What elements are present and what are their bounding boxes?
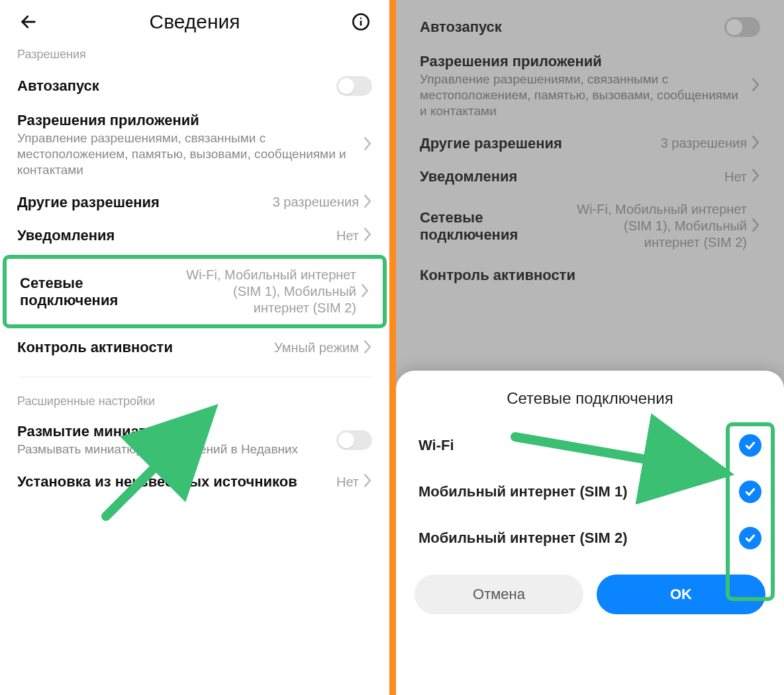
app-perms-sub: Управление разрешениями, связанными с ме… (17, 130, 354, 177)
page-title: Сведения (40, 11, 350, 33)
section-advanced-label: Расширенные настройки (0, 389, 389, 415)
unknown-value: Нет (336, 474, 359, 490)
app-perms-label: Разрешения приложений (420, 53, 740, 70)
blur-label: Размытие миниатюр (17, 423, 331, 440)
cancel-label: Отмена (473, 586, 525, 603)
chevron-right-icon (363, 136, 372, 154)
autostart-label: Автозапуск (420, 19, 718, 36)
row-autostart[interactable]: Автозапуск (0, 68, 389, 104)
option-wifi[interactable]: Wi-Fi (415, 422, 765, 469)
activity-value: Умный режим (274, 340, 359, 356)
highlight-network: Сетевые подключения Wi-Fi, Мобильный инт… (3, 255, 387, 328)
unknown-label: Установка из неизвестных источников (17, 473, 331, 490)
other-perms-value: 3 разрешения (661, 135, 747, 152)
info-icon[interactable] (350, 11, 372, 33)
network-dialog: Сетевые подключения Wi-Fi Мобильный инте… (396, 371, 784, 695)
chevron-right-icon (751, 218, 760, 235)
other-perms-label: Другие разрешения (17, 194, 268, 211)
option-label: Мобильный интернет (SIM 2) (418, 530, 628, 547)
chevron-right-icon (360, 283, 369, 301)
row-unknown-sources[interactable]: Установка из неизвестных источников Нет (0, 465, 389, 498)
row-autostart-dim: Автозапуск (396, 0, 784, 45)
phone-left: Сведения Разрешения Автозапуск Разрешени… (0, 0, 389, 695)
section-permissions-label: Разрешения (0, 42, 389, 68)
highlight-checkboxes (726, 422, 775, 601)
blur-sub: Размывать миниатюры приложений в Недавни… (17, 441, 331, 457)
activity-label: Контроль активности (17, 339, 269, 356)
option-label: Wi-Fi (418, 437, 454, 454)
chevron-right-icon (751, 135, 760, 152)
option-mobile-sim1[interactable]: Мобильный интернет (SIM 1) (415, 469, 765, 515)
back-icon[interactable] (17, 11, 40, 33)
option-label: Мобильный интернет (SIM 1) (418, 483, 628, 500)
vertical-divider (389, 0, 396, 695)
autostart-toggle-dim (724, 17, 760, 37)
row-app-permissions[interactable]: Разрешения приложений Управление разреше… (0, 104, 389, 186)
app-perms-label: Разрешения приложений (17, 112, 354, 129)
notifications-value: Нет (336, 228, 359, 244)
row-notifications[interactable]: Уведомления Нет (0, 219, 389, 252)
notifications-label: Уведомления (17, 227, 331, 244)
network-label: Сетевые подключения (20, 275, 172, 310)
other-perms-value: 3 разрешения (273, 194, 359, 210)
svg-point-3 (360, 18, 362, 19)
row-notifications-dim: Уведомления Нет (396, 160, 784, 193)
header-bar: Сведения (0, 0, 389, 42)
row-network-connections-dim: Сетевые подключения Wi-Fi, Мобильный инт… (396, 193, 784, 259)
row-activity-control-dim: Контроль активности (396, 259, 784, 292)
notifications-value: Нет (724, 169, 747, 185)
chevron-right-icon (363, 194, 372, 211)
chevron-right-icon (363, 473, 372, 490)
option-mobile-sim2[interactable]: Мобильный интернет (SIM 2) (415, 515, 765, 561)
row-activity-control[interactable]: Контроль активности Умный режим (0, 331, 389, 364)
chevron-right-icon (363, 340, 372, 357)
row-other-permissions-dim: Другие разрешения 3 разрешения (396, 127, 784, 160)
divider-line (17, 377, 372, 377)
chevron-right-icon (751, 168, 760, 185)
activity-label: Контроль активности (420, 267, 754, 284)
autostart-label: Автозапуск (17, 77, 331, 95)
app-perms-sub: Управление разрешениями, связанными с ме… (420, 71, 740, 118)
network-value: Wi-Fi, Мобильный интернет (SIM 1), Мобил… (575, 201, 747, 251)
chevron-right-icon (751, 77, 760, 95)
dialog-title: Сетевые подключения (415, 389, 765, 408)
row-blur-thumbnails[interactable]: Размытие миниатюр Размывать миниатюры пр… (0, 415, 389, 465)
blur-toggle[interactable] (336, 430, 372, 450)
network-value: Wi-Fi, Мобильный интернет (SIM 1), Мобил… (177, 267, 356, 316)
phone-right: Автозапуск Разрешения приложений Управле… (396, 0, 784, 695)
row-app-permissions-dim: Разрешения приложений Управление разреше… (396, 45, 784, 127)
other-perms-label: Другие разрешения (420, 135, 654, 152)
row-other-permissions[interactable]: Другие разрешения 3 разрешения (0, 186, 389, 219)
autostart-toggle[interactable] (336, 76, 372, 96)
cancel-button[interactable]: Отмена (415, 575, 583, 614)
chevron-right-icon (363, 227, 372, 244)
ok-label: OK (670, 586, 692, 603)
row-network-connections[interactable]: Сетевые подключения Wi-Fi, Мобильный инт… (7, 259, 383, 324)
notifications-label: Уведомления (420, 168, 718, 185)
network-label: Сетевые подключения (420, 209, 568, 244)
